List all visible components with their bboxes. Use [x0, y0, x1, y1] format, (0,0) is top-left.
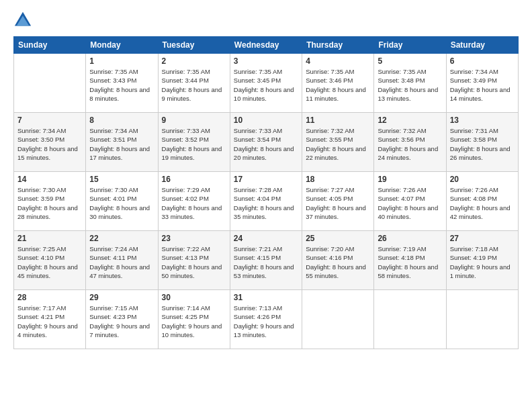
day-info: Sunrise: 7:31 AMSunset: 3:58 PMDaylight:…: [450, 126, 515, 162]
day-number: 22: [89, 234, 154, 243]
day-number: 3: [234, 56, 298, 66]
day-info: Sunrise: 7:14 AMSunset: 4:25 PMDaylight:…: [162, 304, 226, 339]
day-cell: 2 Sunrise: 7:35 AMSunset: 3:44 PMDayligh…: [158, 54, 230, 113]
day-info: Sunrise: 7:27 AMSunset: 4:05 PMDaylight:…: [306, 185, 370, 221]
day-number: 16: [162, 175, 226, 184]
day-number: 9: [162, 116, 226, 125]
week-row-5: 28 Sunrise: 7:17 AMSunset: 4:21 PMDaylig…: [14, 290, 519, 349]
day-cell: 22 Sunrise: 7:24 AMSunset: 4:11 PMDaylig…: [86, 231, 158, 290]
day-number: 4: [306, 56, 370, 66]
week-row-1: 1 Sunrise: 7:35 AMSunset: 3:43 PMDayligh…: [14, 54, 519, 113]
day-cell: 16 Sunrise: 7:29 AMSunset: 4:02 PMDaylig…: [158, 172, 230, 231]
day-cell: 9 Sunrise: 7:33 AMSunset: 3:52 PMDayligh…: [158, 113, 230, 172]
day-cell: 8 Sunrise: 7:34 AMSunset: 3:51 PMDayligh…: [86, 113, 158, 172]
day-cell: 5 Sunrise: 7:35 AMSunset: 3:48 PMDayligh…: [374, 54, 446, 113]
day-cell: 11 Sunrise: 7:32 AMSunset: 3:55 PMDaylig…: [302, 113, 374, 172]
col-header-thursday: Thursday: [302, 37, 374, 54]
day-number: 14: [17, 175, 82, 184]
week-row-4: 21 Sunrise: 7:25 AMSunset: 4:10 PMDaylig…: [14, 231, 519, 290]
day-cell: 28 Sunrise: 7:17 AMSunset: 4:21 PMDaylig…: [14, 290, 86, 349]
day-cell: 19 Sunrise: 7:26 AMSunset: 4:07 PMDaylig…: [374, 172, 446, 231]
day-info: Sunrise: 7:30 AMSunset: 4:01 PMDaylight:…: [89, 185, 154, 221]
day-number: 13: [450, 116, 515, 125]
col-header-wednesday: Wednesday: [230, 37, 302, 54]
calendar-table: SundayMondayTuesdayWednesdayThursdayFrid…: [13, 36, 519, 349]
day-number: 7: [17, 116, 82, 125]
day-cell: 31 Sunrise: 7:13 AMSunset: 4:26 PMDaylig…: [230, 290, 302, 349]
day-number: 29: [89, 293, 154, 302]
day-info: Sunrise: 7:26 AMSunset: 4:07 PMDaylight:…: [378, 185, 442, 221]
day-cell: [302, 290, 374, 349]
day-info: Sunrise: 7:22 AMSunset: 4:13 PMDaylight:…: [162, 244, 226, 280]
day-cell: 13 Sunrise: 7:31 AMSunset: 3:58 PMDaylig…: [446, 113, 518, 172]
day-cell: [14, 54, 86, 113]
col-header-sunday: Sunday: [14, 37, 86, 54]
day-cell: 12 Sunrise: 7:32 AMSunset: 3:56 PMDaylig…: [374, 113, 446, 172]
day-info: Sunrise: 7:17 AMSunset: 4:21 PMDaylight:…: [17, 304, 82, 339]
day-info: Sunrise: 7:28 AMSunset: 4:04 PMDaylight:…: [234, 185, 298, 221]
week-row-3: 14 Sunrise: 7:30 AMSunset: 3:59 PMDaylig…: [14, 172, 519, 231]
logo: [13, 11, 34, 30]
day-cell: 15 Sunrise: 7:30 AMSunset: 4:01 PMDaylig…: [86, 172, 158, 231]
day-number: 18: [306, 175, 370, 184]
day-cell: 20 Sunrise: 7:26 AMSunset: 4:08 PMDaylig…: [446, 172, 518, 231]
day-info: Sunrise: 7:25 AMSunset: 4:10 PMDaylight:…: [17, 244, 82, 280]
day-info: Sunrise: 7:34 AMSunset: 3:51 PMDaylight:…: [89, 126, 154, 162]
day-number: 12: [378, 116, 442, 125]
day-info: Sunrise: 7:15 AMSunset: 4:23 PMDaylight:…: [89, 304, 154, 339]
day-number: 15: [89, 175, 154, 184]
day-number: 6: [450, 56, 515, 66]
day-number: 21: [17, 234, 82, 243]
day-info: Sunrise: 7:35 AMSunset: 3:48 PMDaylight:…: [378, 67, 442, 103]
day-info: Sunrise: 7:32 AMSunset: 3:55 PMDaylight:…: [306, 126, 370, 162]
day-number: 25: [306, 234, 370, 243]
day-cell: 24 Sunrise: 7:21 AMSunset: 4:15 PMDaylig…: [230, 231, 302, 290]
day-cell: 4 Sunrise: 7:35 AMSunset: 3:46 PMDayligh…: [302, 54, 374, 113]
logo-icon: [13, 11, 32, 30]
day-info: Sunrise: 7:34 AMSunset: 3:49 PMDaylight:…: [450, 67, 515, 103]
day-cell: 25 Sunrise: 7:20 AMSunset: 4:16 PMDaylig…: [302, 231, 374, 290]
day-info: Sunrise: 7:30 AMSunset: 3:59 PMDaylight:…: [17, 185, 82, 221]
day-number: 17: [234, 175, 298, 184]
day-cell: 7 Sunrise: 7:34 AMSunset: 3:50 PMDayligh…: [14, 113, 86, 172]
day-number: 20: [450, 175, 515, 184]
week-row-2: 7 Sunrise: 7:34 AMSunset: 3:50 PMDayligh…: [14, 113, 519, 172]
col-header-monday: Monday: [86, 37, 158, 54]
day-cell: [374, 290, 446, 349]
day-cell: 27 Sunrise: 7:18 AMSunset: 4:19 PMDaylig…: [446, 231, 518, 290]
header-row: SundayMondayTuesdayWednesdayThursdayFrid…: [14, 37, 519, 54]
day-info: Sunrise: 7:26 AMSunset: 4:08 PMDaylight:…: [450, 185, 515, 221]
day-number: 2: [162, 56, 226, 66]
day-number: 1: [89, 56, 154, 66]
day-cell: 6 Sunrise: 7:34 AMSunset: 3:49 PMDayligh…: [446, 54, 518, 113]
day-cell: 30 Sunrise: 7:14 AMSunset: 4:25 PMDaylig…: [158, 290, 230, 349]
col-header-friday: Friday: [374, 37, 446, 54]
day-cell: 18 Sunrise: 7:27 AMSunset: 4:05 PMDaylig…: [302, 172, 374, 231]
day-info: Sunrise: 7:35 AMSunset: 3:43 PMDaylight:…: [89, 67, 154, 103]
day-number: 19: [378, 175, 442, 184]
day-cell: 1 Sunrise: 7:35 AMSunset: 3:43 PMDayligh…: [86, 54, 158, 113]
day-number: 8: [89, 116, 154, 125]
day-number: 31: [234, 293, 298, 302]
day-number: 5: [378, 56, 442, 66]
day-info: Sunrise: 7:35 AMSunset: 3:45 PMDaylight:…: [234, 67, 298, 103]
day-number: 30: [162, 293, 226, 302]
day-info: Sunrise: 7:32 AMSunset: 3:56 PMDaylight:…: [378, 126, 442, 162]
day-cell: [446, 290, 518, 349]
day-cell: 3 Sunrise: 7:35 AMSunset: 3:45 PMDayligh…: [230, 54, 302, 113]
page: SundayMondayTuesdayWednesdayThursdayFrid…: [0, 0, 532, 411]
day-cell: 14 Sunrise: 7:30 AMSunset: 3:59 PMDaylig…: [14, 172, 86, 231]
day-info: Sunrise: 7:33 AMSunset: 3:52 PMDaylight:…: [162, 126, 226, 162]
day-cell: 21 Sunrise: 7:25 AMSunset: 4:10 PMDaylig…: [14, 231, 86, 290]
day-number: 23: [162, 234, 226, 243]
day-info: Sunrise: 7:29 AMSunset: 4:02 PMDaylight:…: [162, 185, 226, 221]
day-info: Sunrise: 7:33 AMSunset: 3:54 PMDaylight:…: [234, 126, 298, 162]
day-info: Sunrise: 7:20 AMSunset: 4:16 PMDaylight:…: [306, 244, 370, 280]
col-header-saturday: Saturday: [446, 37, 518, 54]
day-info: Sunrise: 7:13 AMSunset: 4:26 PMDaylight:…: [234, 304, 298, 339]
day-number: 10: [234, 116, 298, 125]
day-info: Sunrise: 7:24 AMSunset: 4:11 PMDaylight:…: [89, 244, 154, 280]
day-cell: 17 Sunrise: 7:28 AMSunset: 4:04 PMDaylig…: [230, 172, 302, 231]
day-number: 26: [378, 234, 442, 243]
day-cell: 29 Sunrise: 7:15 AMSunset: 4:23 PMDaylig…: [86, 290, 158, 349]
